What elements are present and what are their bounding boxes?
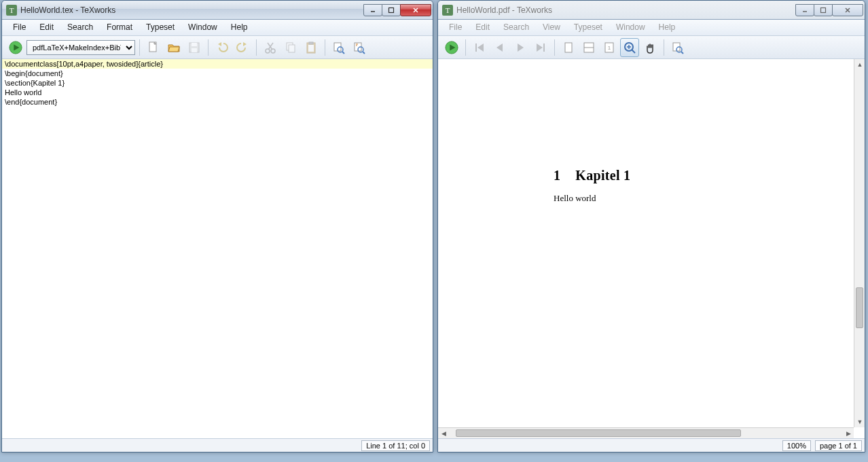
scroll-up-icon[interactable]: ▲ bbox=[854, 59, 865, 70]
pdf-viewport[interactable]: 1Kapitel 1 Hello world ▲ ▼ ◀ ▶ bbox=[438, 59, 865, 438]
svg-rect-11 bbox=[192, 43, 197, 46]
viewer-window: T HelloWorld.pdf - TeXworks File Edit Se… bbox=[437, 0, 865, 452]
svg-text:1: 1 bbox=[608, 45, 611, 51]
find-pdf-button[interactable] bbox=[668, 38, 687, 57]
viewer-menubar: File Edit Search View Typeset Window Hel… bbox=[438, 20, 865, 36]
scroll-left-icon[interactable]: ◀ bbox=[438, 428, 449, 438]
editor-line: \section{Kapitel 1} bbox=[2, 78, 433, 88]
viewer-toolbar: 1 bbox=[438, 36, 865, 59]
toolbar-separator bbox=[554, 39, 555, 56]
editor-line: \begin{document} bbox=[2, 69, 433, 78]
toolbar-separator bbox=[465, 39, 466, 56]
typeset-engine-select[interactable]: pdfLaTeX+MakeIndex+BibTeX bbox=[26, 40, 135, 55]
toolbar-separator bbox=[664, 39, 664, 56]
menu-search[interactable]: Search bbox=[60, 20, 100, 35]
toolbar-separator bbox=[325, 39, 325, 56]
new-button[interactable] bbox=[144, 38, 163, 57]
viewer-window-title: HelloWorld.pdf - TeXworks bbox=[456, 5, 796, 15]
horizontal-scrollbar[interactable]: ◀ ▶ bbox=[438, 427, 854, 438]
menu-file[interactable]: File bbox=[6, 20, 33, 35]
cut-button[interactable] bbox=[261, 38, 280, 57]
svg-line-55 bbox=[681, 52, 683, 54]
svg-marker-40 bbox=[496, 43, 503, 52]
editor-line: \end{document} bbox=[2, 97, 433, 107]
next-page-button[interactable] bbox=[511, 38, 530, 57]
redo-button[interactable] bbox=[233, 38, 252, 57]
scroll-down-icon[interactable]: ▼ bbox=[854, 416, 865, 427]
menu-window[interactable]: Window bbox=[609, 20, 652, 35]
fit-width-button[interactable] bbox=[579, 38, 598, 57]
menu-file[interactable]: File bbox=[442, 20, 469, 35]
close-button[interactable] bbox=[400, 4, 431, 16]
pdf-section-number: 1 bbox=[554, 168, 560, 183]
pan-tool-button[interactable] bbox=[640, 38, 659, 57]
editor-toolbar: pdfLaTeX+MakeIndex+BibTeX bbox=[2, 36, 433, 59]
vertical-scrollbar[interactable]: ▲ ▼ bbox=[854, 59, 865, 427]
menu-typeset[interactable]: Typeset bbox=[567, 20, 609, 35]
viewer-statusbar: 100% page 1 of 1 bbox=[438, 438, 865, 452]
menu-search[interactable]: Search bbox=[496, 20, 536, 35]
save-button[interactable] bbox=[185, 38, 204, 57]
scroll-right-icon[interactable]: ▶ bbox=[843, 428, 854, 438]
svg-text:T: T bbox=[446, 6, 450, 14]
editor-text-area[interactable]: \documentclass[10pt,a4paper, twosided]{a… bbox=[2, 59, 433, 438]
actual-size-button[interactable]: 1 bbox=[600, 38, 619, 57]
svg-marker-14 bbox=[243, 42, 247, 46]
undo-button[interactable] bbox=[213, 38, 232, 57]
prev-page-button[interactable] bbox=[490, 38, 509, 57]
maximize-button[interactable] bbox=[382, 4, 401, 16]
svg-text:T: T bbox=[10, 6, 14, 14]
scroll-thumb[interactable] bbox=[856, 287, 863, 328]
menu-edit[interactable]: Edit bbox=[469, 20, 496, 35]
toolbar-separator bbox=[139, 39, 140, 56]
editor-line: \documentclass[10pt,a4paper, twosided]{a… bbox=[2, 59, 433, 69]
editor-window: T HelloWorld.tex - TeXworks File Edit Se… bbox=[1, 0, 433, 452]
open-button[interactable] bbox=[164, 38, 183, 57]
svg-rect-23 bbox=[308, 45, 314, 52]
menu-help[interactable]: Help bbox=[652, 20, 683, 35]
svg-marker-41 bbox=[518, 43, 524, 52]
editor-menubar: File Edit Search Format Typeset Window H… bbox=[2, 20, 433, 36]
editor-line: Hello world bbox=[2, 88, 433, 97]
scroll-thumb[interactable] bbox=[456, 429, 741, 437]
copy-button[interactable] bbox=[281, 38, 300, 57]
menu-view[interactable]: View bbox=[536, 20, 567, 35]
editor-titlebar[interactable]: T HelloWorld.tex - TeXworks bbox=[2, 1, 433, 20]
svg-line-26 bbox=[342, 52, 344, 54]
typeset-button[interactable] bbox=[6, 38, 25, 57]
menu-format[interactable]: Format bbox=[100, 20, 139, 35]
svg-rect-3 bbox=[389, 7, 394, 12]
close-button[interactable] bbox=[832, 4, 863, 16]
menu-typeset[interactable]: Typeset bbox=[139, 20, 181, 35]
replace-button[interactable] bbox=[350, 38, 369, 57]
svg-rect-20 bbox=[289, 45, 295, 52]
app-icon: T bbox=[6, 5, 17, 16]
svg-point-16 bbox=[271, 49, 275, 53]
typeset-button[interactable] bbox=[442, 38, 461, 57]
minimize-button[interactable] bbox=[795, 4, 814, 16]
svg-marker-39 bbox=[477, 43, 484, 52]
minimize-button[interactable] bbox=[363, 4, 382, 16]
first-page-button[interactable] bbox=[470, 38, 489, 57]
viewer-titlebar[interactable]: T HelloWorld.pdf - TeXworks bbox=[438, 1, 865, 20]
menu-help[interactable]: Help bbox=[224, 20, 255, 35]
find-button[interactable] bbox=[329, 38, 348, 57]
menu-edit[interactable]: Edit bbox=[33, 20, 60, 35]
fit-page-button[interactable] bbox=[559, 38, 578, 57]
pdf-page: 1Kapitel 1 Hello world bbox=[438, 59, 854, 427]
paste-button[interactable] bbox=[302, 38, 321, 57]
zoom-level[interactable]: 100% bbox=[782, 440, 811, 451]
svg-marker-43 bbox=[537, 43, 543, 52]
pdf-body-text: Hello world bbox=[554, 193, 854, 204]
maximize-button[interactable] bbox=[814, 4, 833, 16]
svg-rect-12 bbox=[192, 48, 197, 52]
last-page-button[interactable] bbox=[531, 38, 550, 57]
page-indicator[interactable]: page 1 of 1 bbox=[815, 440, 862, 451]
pdf-section-heading: 1Kapitel 1 bbox=[554, 168, 854, 183]
svg-line-50 bbox=[632, 50, 635, 53]
zoom-tool-button[interactable] bbox=[620, 38, 639, 57]
svg-marker-13 bbox=[218, 42, 221, 46]
svg-rect-44 bbox=[565, 43, 572, 52]
cursor-position: Line 1 of 11; col 0 bbox=[361, 440, 430, 451]
menu-window[interactable]: Window bbox=[181, 20, 224, 35]
